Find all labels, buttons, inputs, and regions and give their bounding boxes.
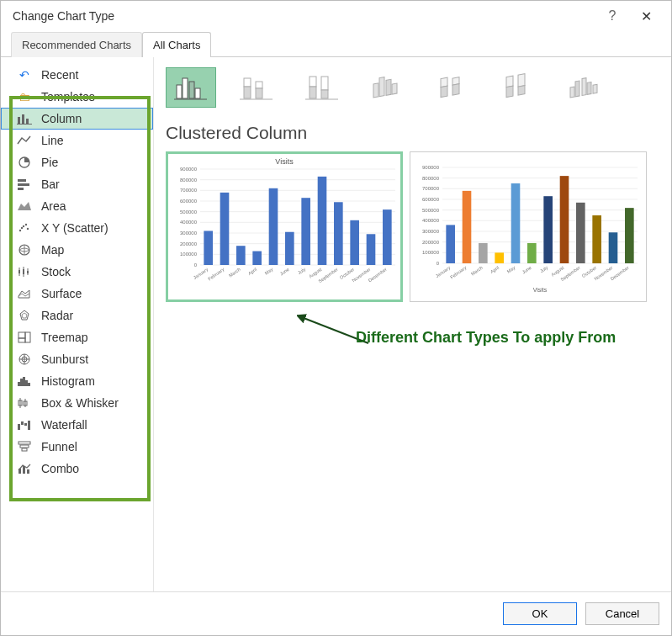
svg-rect-118 <box>334 202 343 265</box>
svg-rect-42 <box>28 421 30 430</box>
sidebar-item-label: Column <box>41 112 82 125</box>
svg-rect-69 <box>441 86 447 97</box>
area-chart-icon <box>16 199 33 213</box>
sidebar-item-scatter[interactable]: X Y (Scatter) <box>1 217 153 239</box>
svg-rect-16 <box>19 270 20 273</box>
ok-button[interactable]: OK <box>503 602 577 625</box>
sidebar-item-waterfall[interactable]: Waterfall <box>1 414 153 436</box>
svg-text:300000: 300000 <box>422 229 440 234</box>
svg-rect-112 <box>285 232 294 265</box>
surface-chart-icon <box>16 287 33 300</box>
sidebar-item-line[interactable]: Line <box>1 130 153 151</box>
svg-text:400000: 400000 <box>180 220 198 225</box>
sidebar-item-treemap[interactable]: Treemap <box>1 326 153 348</box>
dialog-footer: OK Cancel <box>1 591 671 635</box>
svg-rect-160 <box>560 176 569 263</box>
subtype-3d-clustered-column[interactable] <box>362 67 413 108</box>
svg-rect-122 <box>367 234 376 265</box>
tab-recommended-charts[interactable]: Recommended Charts <box>11 32 142 57</box>
funnel-icon <box>16 440 33 453</box>
cancel-button[interactable]: Cancel <box>585 602 659 625</box>
main-panel: Clustered Column Visits01000002000003000… <box>154 57 671 591</box>
sidebar-item-label: Area <box>41 199 66 213</box>
svg-rect-166 <box>609 232 618 263</box>
svg-rect-79 <box>587 82 591 95</box>
svg-rect-78 <box>582 78 586 96</box>
preview-chart-1[interactable]: Visits0100000200000300000400000500000600… <box>166 151 403 302</box>
stock-chart-icon <box>16 265 33 278</box>
sidebar-item-label: Radar <box>41 309 73 322</box>
svg-rect-39 <box>18 424 20 430</box>
svg-rect-52 <box>195 88 200 98</box>
close-button[interactable]: ✕ <box>629 8 663 24</box>
sidebar-item-label: Bar <box>41 178 60 191</box>
preview-row: Visits0100000200000300000400000500000600… <box>166 151 659 302</box>
svg-rect-76 <box>570 87 574 98</box>
svg-rect-6 <box>18 183 29 186</box>
svg-rect-25 <box>19 338 25 342</box>
tab-all-charts[interactable]: All Charts <box>142 32 211 57</box>
subtype-3d-100-stacked-column[interactable] <box>494 67 544 108</box>
sidebar-item-pie[interactable]: Pie <box>1 151 153 173</box>
svg-text:Visits: Visits <box>275 157 294 166</box>
sidebar-item-label: Templates <box>41 90 95 103</box>
svg-marker-21 <box>20 310 29 320</box>
svg-rect-146 <box>446 225 455 263</box>
svg-rect-51 <box>189 82 194 98</box>
svg-rect-67 <box>392 83 397 94</box>
dialog-body: ↶ Recent 🗀 Templates Column Line <box>1 57 671 591</box>
window-title: Change Chart Type <box>13 9 595 23</box>
sidebar-item-templates[interactable]: 🗀 Templates <box>1 86 153 108</box>
svg-rect-80 <box>593 84 597 93</box>
svg-rect-168 <box>625 208 634 263</box>
sidebar-item-radar[interactable]: Radar <box>1 305 153 326</box>
svg-rect-156 <box>527 243 537 263</box>
svg-text:800000: 800000 <box>422 176 440 181</box>
sidebar-item-bar[interactable]: Bar <box>1 173 153 195</box>
map-icon <box>16 243 33 257</box>
svg-rect-150 <box>479 243 488 263</box>
svg-rect-108 <box>252 252 262 265</box>
sidebar-item-stock[interactable]: Stock <box>1 261 153 283</box>
svg-rect-48 <box>27 469 29 474</box>
svg-rect-102 <box>204 231 213 265</box>
sidebar-item-recent[interactable]: ↶ Recent <box>1 64 153 86</box>
sidebar-item-sunburst[interactable]: Sunburst <box>1 348 153 370</box>
subtype-3d-stacked-column[interactable] <box>428 67 479 108</box>
svg-rect-20 <box>27 271 29 273</box>
sidebar-item-surface[interactable]: Surface <box>1 283 153 305</box>
svg-text:200000: 200000 <box>180 241 198 246</box>
sidebar-item-combo[interactable]: Combo <box>1 458 153 480</box>
preview-chart-2[interactable]: 0100000200000300000400000500000600000700… <box>410 151 647 302</box>
svg-text:June: June <box>279 267 290 277</box>
svg-rect-104 <box>220 193 230 265</box>
svg-text:300000: 300000 <box>180 231 198 236</box>
sidebar-item-map[interactable]: Map <box>1 239 153 261</box>
sidebar-item-funnel[interactable]: Funnel <box>1 436 153 458</box>
sidebar-item-histogram[interactable]: Histogram <box>1 370 153 392</box>
subtype-clustered-column[interactable] <box>166 67 216 108</box>
svg-point-9 <box>19 230 21 231</box>
subtype-3d-column[interactable] <box>559 67 610 108</box>
svg-rect-47 <box>23 466 25 474</box>
svg-text:April: April <box>247 267 257 276</box>
line-chart-icon <box>16 134 33 147</box>
svg-rect-61 <box>321 77 328 90</box>
box-whisker-icon <box>16 396 33 410</box>
sidebar-item-area[interactable]: Area <box>1 195 153 217</box>
column-chart-icon <box>16 112 33 125</box>
sidebar-item-column[interactable]: Column <box>1 108 153 130</box>
svg-text:400000: 400000 <box>422 218 440 223</box>
svg-rect-158 <box>543 196 553 263</box>
svg-rect-54 <box>244 78 251 87</box>
subtype-100-stacked-column[interactable] <box>297 67 347 108</box>
svg-text:March: March <box>470 265 484 277</box>
svg-text:July: July <box>297 267 307 276</box>
svg-rect-40 <box>21 421 24 425</box>
subtype-stacked-column[interactable] <box>231 67 282 108</box>
sidebar-item-label: Sunburst <box>41 352 88 366</box>
svg-rect-1 <box>22 114 24 124</box>
help-button[interactable]: ? <box>595 8 629 24</box>
sidebar-item-box-whisker[interactable]: Box & Whisker <box>1 392 153 414</box>
svg-rect-2 <box>26 119 29 124</box>
